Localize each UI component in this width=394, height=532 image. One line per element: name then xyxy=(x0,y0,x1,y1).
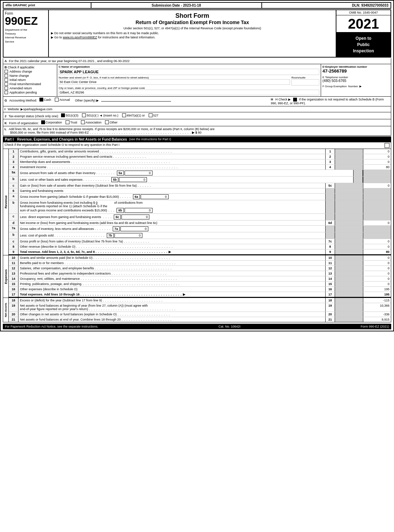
k-other-checkbox[interactable] xyxy=(105,120,109,124)
row-5a: 5a Gross amount from sale of assets othe… xyxy=(9,170,391,177)
page: efile GRAPHIC print Submission Date - 20… xyxy=(0,0,394,331)
row-17: 17 Total expenses. Add lines 10 through … xyxy=(9,292,391,298)
row7c-col: 7c xyxy=(325,239,335,244)
row5a-col xyxy=(353,170,363,176)
l-dots: . . . . . . . . . . . . . . . . . . . . … xyxy=(90,131,191,134)
row10-value: 0 xyxy=(363,255,391,260)
row4-value: 80 xyxy=(363,165,391,170)
k-other: Other xyxy=(105,120,118,124)
row17-shaded xyxy=(335,292,363,297)
row2-num: 2 xyxy=(9,154,18,159)
ein: 47-2566789 xyxy=(322,68,389,74)
section-i: I Website: ▶sparkappleague.com xyxy=(3,106,391,112)
row-6c: c Less: direct expenses from gaming and … xyxy=(9,214,391,220)
h-checkbox[interactable] xyxy=(293,98,297,102)
row14-desc: Occupancy, rent, utilities, and maintena… xyxy=(18,276,325,281)
row15-col: 15 xyxy=(325,282,335,286)
row20-num: 20 xyxy=(9,312,18,317)
row-20: 20 Other changes in net assets or fund b… xyxy=(9,312,391,317)
row12-shaded xyxy=(335,266,363,271)
j-4947-checkbox[interactable] xyxy=(122,113,126,117)
row17-value: 195 xyxy=(363,292,391,297)
row20-col: 20 xyxy=(325,312,335,317)
do-not-enter: ▶ Do not enter social security numbers o… xyxy=(51,31,334,35)
k-trust-label: Trust xyxy=(70,121,77,124)
row19-value: 10,366 xyxy=(363,303,391,312)
section-b: B Check if applicable: Address change Na… xyxy=(3,64,391,97)
row21-num: 21 xyxy=(9,317,18,322)
row5a-value xyxy=(363,170,391,176)
row21-desc: Net assets or fund balances at end of ye… xyxy=(18,317,325,322)
row6b-num: b xyxy=(9,200,18,213)
row7a-desc: Gross sales of inventory, less returns a… xyxy=(18,226,325,232)
row20-shaded xyxy=(335,312,363,317)
row16-value: 195 xyxy=(363,287,391,292)
accrual-checkbox[interactable] xyxy=(55,98,59,102)
row12-num: 12 xyxy=(9,266,18,271)
row15-desc: Printing, publications, postage, and shi… xyxy=(18,282,325,286)
section-k: K Form of organization: Corporation Trus… xyxy=(3,119,391,126)
h-section: H H Check ▶ if the organization is not r… xyxy=(271,98,389,105)
row6c-value xyxy=(363,214,391,220)
row14-value: 0 xyxy=(363,276,391,281)
k-corp-checkbox[interactable] xyxy=(41,120,45,124)
row7c-shaded xyxy=(335,239,363,244)
row-2: 2 Program service revenue including gove… xyxy=(9,154,391,159)
row6a-col xyxy=(325,194,335,200)
j-527-checkbox[interactable] xyxy=(149,113,153,117)
accrual-label: Accrual xyxy=(59,98,70,102)
footer-left: For Paperwork Reduction Act Notice, see … xyxy=(5,325,98,328)
j-501c3-checkbox[interactable] xyxy=(61,113,65,117)
part1-check-label: Check if the organization used Schedule … xyxy=(5,143,119,148)
initial-return-checkbox[interactable] xyxy=(5,78,8,82)
row11-shaded xyxy=(335,261,363,265)
row4-desc: Investment income . . . . . . . . . . . … xyxy=(18,165,325,170)
amended-return-checkbox[interactable] xyxy=(5,87,8,90)
row-9: 9 Total revenue. Add lines 1, 2, 3, 4, 5… xyxy=(9,249,391,255)
omb: OMB No. 1545-0047 xyxy=(336,10,391,15)
k-assoc-checkbox[interactable] xyxy=(81,120,85,124)
g-label: G xyxy=(5,99,7,102)
cash-checkbox[interactable] xyxy=(39,98,43,102)
j-501c-checkbox[interactable] xyxy=(82,113,86,117)
row6c-num: c xyxy=(9,214,18,220)
application-pending-checkbox[interactable] xyxy=(5,91,8,94)
row6c-shaded xyxy=(335,214,363,220)
row18-desc: Excess or (deficit) for the year (Subtra… xyxy=(18,298,325,303)
name-change-checkbox[interactable] xyxy=(5,74,8,77)
net-assets-table: 18 Excess or (deficit) for the year (Sub… xyxy=(9,298,391,322)
goto-line: ▶ Go to www.irs.gov/Form990EZ for instru… xyxy=(51,36,334,39)
f-number: Number xyxy=(348,85,358,88)
j-label: J xyxy=(5,114,6,118)
final-return-checkbox[interactable] xyxy=(5,82,8,86)
row2-shaded xyxy=(335,154,363,159)
row15-num: 15 xyxy=(9,282,18,286)
k-trust-checkbox[interactable] xyxy=(66,120,69,124)
row11-num: 11 xyxy=(9,261,18,265)
k-other-label: Other xyxy=(110,121,118,124)
row18-shaded xyxy=(335,298,363,303)
row19-col: 19 xyxy=(325,303,335,312)
row4-shaded xyxy=(335,165,363,170)
footer: For Paperwork Reduction Act Notice, see … xyxy=(3,324,391,329)
row-19: 19 Net assets or fund balances at beginn… xyxy=(9,303,391,312)
row3-value: 0 xyxy=(363,159,391,164)
part1-check-box[interactable] xyxy=(385,143,389,148)
row5c-col: 5c xyxy=(325,183,335,188)
row19-desc: Net assets or fund balances at beginning… xyxy=(18,303,325,312)
net-assets-section: Net Assets 18 Excess or (deficit) for th… xyxy=(3,298,391,322)
expenses-side-label: Expenses xyxy=(3,255,9,298)
goto-url[interactable]: www.irs.gov/Form990EZ xyxy=(63,36,97,39)
row18-num: 18 xyxy=(9,298,18,303)
j-501c3: 501(c)(3) xyxy=(61,113,79,117)
part1-title: Part I xyxy=(5,137,14,141)
revenue-table: 1 Contributions, gifts, grants, and simi… xyxy=(9,149,391,255)
part1-header: Part I Revenue, Expenses, and Changes in… xyxy=(3,136,391,142)
row12-desc: Salaries, other compensation, and employ… xyxy=(18,266,325,271)
cash-label: Cash xyxy=(44,98,51,102)
row-6b: b Gross income from fundraising events (… xyxy=(9,200,391,214)
address-change-checkbox[interactable] xyxy=(5,70,8,73)
row8-desc: Other revenue (describe in Schedule O) .… xyxy=(18,244,325,249)
row16-num: 16 xyxy=(9,287,18,292)
row-4: 4 Investment income . . . . . . . . . . … xyxy=(9,165,391,170)
